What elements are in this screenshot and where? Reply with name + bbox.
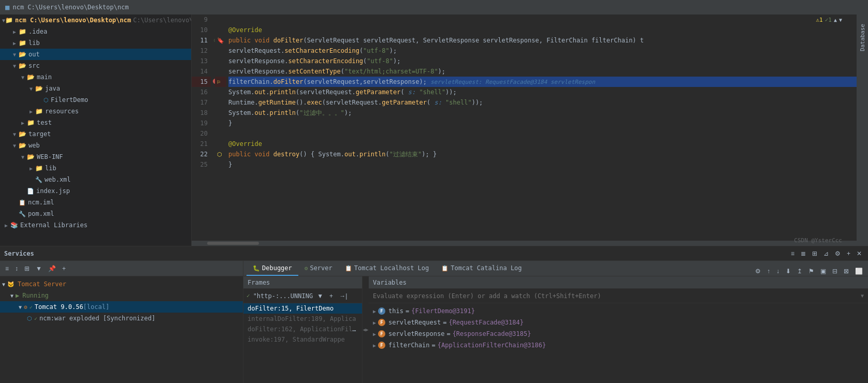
tree-item-target[interactable]: ▼ 📂 target	[0, 128, 191, 140]
expand-icon[interactable]: ▼	[839, 17, 842, 23]
frames-list: doFilter:15, FilertDemo internalDoFilter…	[243, 303, 362, 383]
frame-item-2[interactable]: doFilter:162, ApplicationFilte	[243, 324, 362, 334]
code-line-10: @Override	[228, 25, 857, 35]
var-servletresponse[interactable]: ▶ F servletResponse = {ResponseFacade@31…	[369, 328, 868, 340]
tree-item-extlibs[interactable]: ▶ 📚 External Libraries	[0, 219, 191, 231]
services-panel: ≡ ↕ ⊞ ▼ 📌 + ▼ 🐱 Tomcat Server ▼ ▶ Runni	[0, 261, 243, 383]
tree-item-filertdemo[interactable]: ⬡ FilertDemo	[0, 94, 191, 106]
services-header: Services ≡ ≣ ⊞ ⊿ ⚙ + ✕	[0, 246, 868, 261]
code-line-21: @Override	[228, 139, 857, 149]
tree-item-webinf[interactable]: ▼ 📂 WEB-INF	[0, 151, 191, 163]
code-line-19: }	[228, 118, 857, 128]
tree-item-indexjsp[interactable]: 📄 index.jsp	[0, 185, 191, 197]
code-line-16: System.out.println(servletRequest.getPar…	[228, 87, 857, 97]
tree-item-test[interactable]: ▶ 📁 test	[0, 117, 191, 128]
var-this[interactable]: ▶ F this = {FilertDemo@3191}	[369, 305, 868, 317]
debugger-toolbar-6[interactable]: ▣	[818, 267, 828, 276]
debugger-maximize-btn[interactable]: ⬜	[853, 267, 865, 276]
code-line-17: Runtime.getRuntime().exec(servletRequest…	[228, 97, 857, 108]
debugger-toolbar-2[interactable]: ↓	[774, 267, 782, 276]
debugger-toolbar-5[interactable]: ⚑	[806, 267, 816, 276]
code-area[interactable]: @Override public void doFilter(ServletRe…	[226, 14, 857, 241]
debugger-tabs: 🐛 Debugger ⚙ Server 📋 Tomcat Localhost L…	[243, 261, 868, 276]
debugger-toolbar-1[interactable]: ↑	[765, 267, 772, 276]
frame-item-0[interactable]: doFilter:15, FilertDemo	[243, 303, 362, 314]
tree-item-lib2[interactable]: ▶ 📁 lib	[0, 163, 191, 174]
var-filterchain[interactable]: ▶ F filterChain = {ApplicationFilterChai…	[369, 340, 868, 351]
code-line-12: servletRequest.setCharacterEncoding("utf…	[228, 46, 857, 56]
debugger-panel: 🐛 Debugger ⚙ Server 📋 Tomcat Localhost L…	[243, 261, 868, 383]
expression-bar[interactable]: ▼	[369, 289, 868, 303]
tree-item-ncmiml[interactable]: 📋 ncm.iml	[0, 197, 191, 208]
services-pin-btn[interactable]: 📌	[46, 264, 58, 273]
tree-item-main[interactable]: ▼ 📂 main	[0, 71, 191, 83]
tab-server[interactable]: ⚙ Server	[298, 261, 339, 276]
variables-header: Variables	[369, 276, 868, 289]
tree-item-idea[interactable]: ▶ 📁 .idea	[0, 26, 191, 37]
scrollbar-thumb[interactable]	[207, 242, 259, 245]
group-btn[interactable]: ⊞	[810, 249, 819, 258]
debugger-toolbar-7[interactable]: ⊟	[830, 267, 840, 276]
debugger-content: Frames ✓ "http-:...UNNING ▼ + →| doFilte…	[243, 276, 868, 383]
tree-item-out[interactable]: ▼ 📂 out	[0, 49, 191, 60]
bookmark-icon-11: 🔖	[217, 37, 224, 44]
service-running[interactable]: ▼ ▶ Running	[0, 290, 243, 301]
var-servletrequest[interactable]: ▶ F servletRequest = {RequestFacade@3184…	[369, 317, 868, 328]
tree-item-web[interactable]: ▼ 📂 web	[0, 140, 191, 151]
tree-item-pomxml[interactable]: 🔧 pom.xml	[0, 208, 191, 219]
panel-divider: ◀▶	[363, 276, 369, 383]
services-expand-btn[interactable]: ↕	[13, 264, 20, 273]
collapse-icon[interactable]: ▲	[834, 17, 837, 23]
tree-item-lib[interactable]: ▶ 📁 lib	[0, 37, 191, 49]
tree-item[interactable]: ▼ 📁 ncm C:\Users\lenovo\Desktop\ncm C:\U…	[0, 14, 191, 26]
code-scrollbar[interactable]	[192, 241, 857, 246]
services-group2-btn[interactable]: ⊞	[22, 264, 32, 273]
frames-add-btn[interactable]: +	[327, 291, 335, 301]
expand-all-btn[interactable]: ≣	[799, 249, 808, 258]
frame-item-3[interactable]: invoke:197, StandardWrappe	[243, 334, 362, 345]
frame-item-1[interactable]: internalDoFilter:189, Applica	[243, 314, 362, 324]
frames-header: Frames	[243, 276, 362, 289]
tree-item-resources[interactable]: ▶ 📁 resources	[0, 106, 191, 117]
tree-item-webxml[interactable]: 🔧 web.xml	[0, 174, 191, 185]
debugger-toolbar-4[interactable]: ↥	[795, 267, 804, 276]
bottom-panel: Services ≡ ≣ ⊞ ⊿ ⚙ + ✕ ≡ ↕ ⊞ ▼ 📌 +	[0, 246, 868, 383]
service-war-exploded[interactable]: ⬡ ✓ ncm:war exploded [Synchronized]	[0, 313, 243, 324]
debugger-settings-btn[interactable]: ⚙	[753, 267, 763, 276]
filter-btn[interactable]: ⊿	[821, 249, 831, 258]
settings-btn[interactable]: ⚙	[833, 249, 843, 258]
debugger-toolbar-3[interactable]: ⬇	[784, 267, 793, 276]
expression-input[interactable]	[373, 292, 861, 300]
warning-icon: ⚠1	[816, 17, 822, 23]
database-tab[interactable]: Database	[857, 20, 868, 55]
variables-panel: Variables ▼ ▶ F this = {FilertDemo@	[369, 276, 868, 383]
services-toolbar: ≡ ↕ ⊞ ▼ 📌 +	[0, 261, 243, 276]
code-content: 9 10 11 ⬡ 12 13 14 15 16 17 18 19 20 21	[192, 14, 857, 241]
services-add2-btn[interactable]: +	[60, 264, 68, 273]
bookmark-icon-22: ⬡	[217, 151, 222, 158]
close-panel-btn[interactable]: ✕	[855, 249, 864, 258]
expression-dropdown[interactable]: ▼	[861, 293, 864, 299]
tab-tomcat-localhost[interactable]: 📋 Tomcat Localhost Log	[339, 261, 436, 276]
services-filter2-btn[interactable]: ▼	[34, 264, 44, 273]
collapse-all-btn[interactable]: ≡	[789, 249, 797, 258]
code-line-14: servletResponse.setContentType("text/htm…	[228, 66, 857, 77]
frames-filter-btn[interactable]: ▼	[315, 291, 325, 301]
code-line-13: servletResponse.setCharacterEncoding("ut…	[228, 56, 857, 66]
ok-icon: ✓1	[825, 17, 832, 23]
filter-text[interactable]: "http-:...UNNING	[253, 292, 313, 300]
service-tomcat-server[interactable]: ▼ 🐱 Tomcat Server	[0, 278, 243, 290]
gutter: 🔖 ⚐ ⬡	[215, 14, 226, 241]
tree-item-java[interactable]: ▼ 📂 java	[0, 83, 191, 94]
code-line-11: public void doFilter(ServletRequest serv…	[228, 35, 857, 46]
tab-tomcat-catalina[interactable]: 📋 Tomcat Catalina Log	[435, 261, 528, 276]
add-btn[interactable]: +	[845, 249, 852, 258]
tree-item-src[interactable]: ▼ 📂 src	[0, 60, 191, 71]
tab-debugger[interactable]: 🐛 Debugger	[247, 261, 298, 276]
services-collapse-btn[interactable]: ≡	[3, 264, 11, 273]
service-tomcat-instance[interactable]: ▼ ⚙ ✓ Tomcat 9.0.56 [local]	[0, 301, 243, 313]
frames-scroll-btn[interactable]: →|	[337, 291, 349, 301]
debugger-toolbar-8[interactable]: ⊠	[842, 267, 851, 276]
breakpoint-icon-15: ⚐	[217, 79, 221, 85]
services-title: Services	[4, 250, 34, 257]
